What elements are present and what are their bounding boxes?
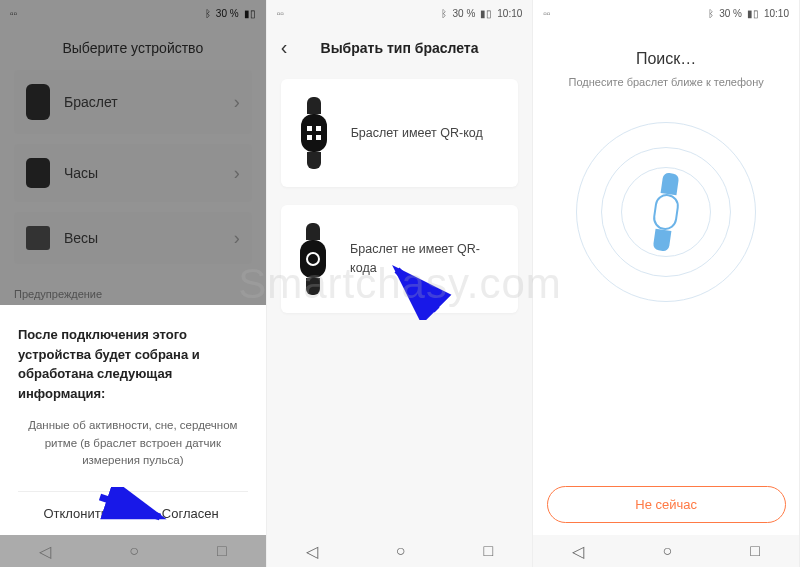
agree-button[interactable]: Согласен [133, 492, 248, 535]
band-noqr-icon [295, 223, 332, 295]
time-text: 10:10 [497, 8, 522, 19]
scan-animation [576, 122, 756, 302]
link-icon [303, 249, 323, 269]
back-button[interactable]: ‹ [281, 36, 305, 59]
card-label: Браслет не имеет QR-кода [350, 240, 504, 278]
battery-icon: ▮▯ [480, 8, 492, 19]
sheet-title: После подключения этого устройства будет… [18, 325, 248, 403]
card-no-qr[interactable]: Браслет не имеет QR-кода [281, 205, 519, 313]
android-navbar: ◁ ○ □ [267, 535, 533, 567]
band-qr-icon [295, 97, 333, 169]
card-label: Браслет имеет QR-код [351, 124, 483, 143]
battery-text: 30 % [452, 8, 475, 19]
signal-icon: ▫▫ [543, 8, 550, 19]
android-navbar: ◁ ○ □ [533, 535, 799, 567]
status-bar: ▫▫ ᛒ 30 % ▮▯ 10:10 [267, 0, 533, 26]
sheet-body: Данные об активности, сне, сердечном рит… [18, 417, 248, 469]
bracelet-type-list: Браслет имеет QR-код Браслет не имеет QR… [267, 69, 533, 341]
nav-recent-icon[interactable]: □ [217, 542, 227, 560]
sheet-buttons: Отклонить Согласен [18, 491, 248, 535]
nav-back-icon[interactable]: ◁ [572, 542, 584, 561]
search-content: Поиск… Поднесите браслет ближе к телефон… [533, 26, 799, 567]
nav-back-icon[interactable]: ◁ [306, 542, 318, 561]
nav-home-icon[interactable]: ○ [396, 542, 406, 560]
bluetooth-icon: ᛒ [708, 8, 714, 19]
footer: Не сейчас [547, 486, 786, 523]
phone-screen-3: ▫▫ ᛒ 30 % ▮▯ 10:10 Поиск… Поднесите брас… [533, 0, 800, 567]
battery-text: 30 % [719, 8, 742, 19]
page-header: ‹ Выбрать тип браслета [267, 26, 533, 69]
battery-icon: ▮▯ [747, 8, 759, 19]
phone-screen-1: ▫▫ ᛒ 30 % ▮▯ Выберите устройство Браслет… [0, 0, 267, 567]
nav-home-icon[interactable]: ○ [662, 542, 672, 560]
nav-back-icon[interactable]: ◁ [39, 542, 51, 561]
search-title: Поиск… [636, 50, 696, 68]
page-title: Выбрать тип браслета [305, 40, 519, 56]
nav-recent-icon[interactable]: □ [484, 542, 494, 560]
nav-home-icon[interactable]: ○ [129, 542, 139, 560]
card-has-qr[interactable]: Браслет имеет QR-код [281, 79, 519, 187]
qr-icon [307, 126, 321, 140]
status-bar: ▫▫ ᛒ 30 % ▮▯ 10:10 [533, 0, 799, 26]
nav-recent-icon[interactable]: □ [750, 542, 760, 560]
consent-sheet: После подключения этого устройства будет… [0, 305, 266, 535]
phone-screen-2: ▫▫ ᛒ 30 % ▮▯ 10:10 ‹ Выбрать тип браслет… [267, 0, 534, 567]
time-text: 10:10 [764, 8, 789, 19]
decline-button[interactable]: Отклонить [18, 492, 133, 535]
bluetooth-icon: ᛒ [441, 8, 447, 19]
not-now-button[interactable]: Не сейчас [547, 486, 786, 523]
signal-icon: ▫▫ [277, 8, 284, 19]
android-navbar: ◁ ○ □ [0, 535, 266, 567]
search-subtitle: Поднесите браслет ближе к телефону [569, 76, 764, 88]
